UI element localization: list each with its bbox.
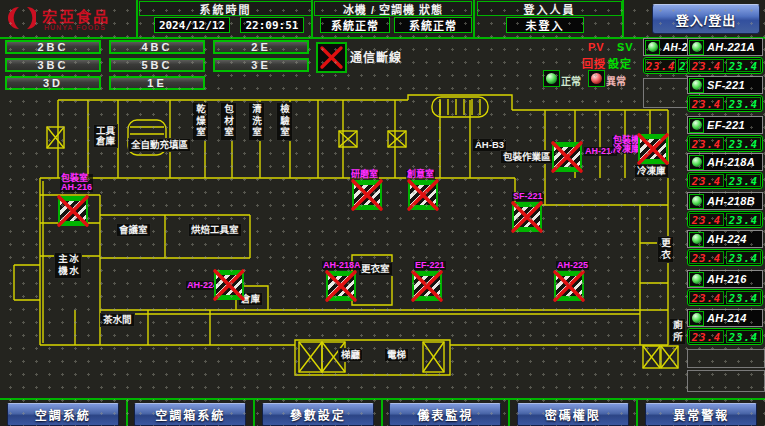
floor-select-grid: 2BC4BC2E3BC5BC3E3D1E [5,40,309,90]
stairs-icon [432,97,488,117]
ac-status-value: 系統正常 [394,17,472,33]
nav-button-4[interactable]: 儀表監視 [389,403,501,426]
unit-values-row: 23.423.4 [687,211,763,228]
normal-label: 正常 [561,73,581,88]
unit-name-row-ef-221[interactable]: EF-221 [687,116,763,134]
floor-button-3d[interactable]: 3D [5,76,101,90]
unit-name-label: EF-221 [707,119,745,131]
unit-values-row: 23.423.4 [687,135,763,152]
lamp-glyph [692,274,702,284]
floor-button-3e[interactable]: 3E [213,58,309,72]
unit-values-row: 23.423.4 [687,95,763,112]
status-lamp-icon [689,155,704,170]
login-logout-button[interactable]: 登入/登出 [652,4,760,34]
nav-button-3[interactable]: 參數設定 [262,403,374,426]
floor-button-5bc[interactable]: 5BC [109,58,205,72]
unit-values-row: 23.423.4 [687,57,763,74]
comm-disconnect-label: 通信斷線 [350,48,402,65]
unit-name-row-ah-216[interactable]: AH-216 [687,270,763,288]
unit-name-row-ah-218a[interactable]: AH-218A [687,153,763,171]
equipment-offline-icon[interactable] [326,271,356,301]
sv-value: 23.4 [726,174,761,187]
shaft-x-icon [388,131,406,147]
pv-value: 23.4 [689,291,724,304]
unit-name-row-ah-218b[interactable]: AH-218B [687,192,763,210]
equipment-offline-icon[interactable] [58,196,88,226]
floor-button-2bc[interactable]: 2BC [5,40,101,54]
nav-cell: 參數設定 [255,400,383,426]
unit-block-ah-221a: AH-221A23.423.4 [687,38,763,74]
equipment-offline-icon[interactable] [512,202,542,232]
unit-name-label: AH-224 [707,233,747,245]
status-lamp-icon [689,311,704,326]
shaft-x-icon [661,346,678,368]
nav-cell: 密碼權限 [510,400,638,426]
header-divider [622,0,624,37]
status-lamp-icon [689,78,704,93]
sv-value: 23.4 [726,213,761,226]
unit-values-row: 23.423.4 [687,328,763,345]
floor-button-1e[interactable]: 1E [109,76,205,90]
floor-button-2e[interactable]: 2E [213,40,309,54]
nav-button-1[interactable]: 空調系統 [7,403,119,426]
equipment-offline-icon[interactable] [554,271,584,301]
nav-button-2[interactable]: 空調箱系統 [134,403,246,426]
abnormal-lamp-icon [588,70,605,87]
shaft-x-icon [299,342,322,372]
nav-cell: 空調箱系統 [128,400,256,426]
shaft-x-icon [643,346,660,368]
sv-value: 23.4 [726,97,761,110]
pv-value: 23.4 [689,213,724,226]
unit-block-ah-224: AH-22423.423.4 [687,230,763,266]
equipment-offline-icon[interactable] [352,180,382,210]
pv-value: 23.4 [689,174,724,187]
equipment-offline-icon[interactable] [638,134,668,164]
logo-title: 宏亞食品 [42,5,110,26]
sv-label: SV [617,41,634,53]
lamp-glyph [648,42,658,52]
nav-button-6[interactable]: 異常警報 [645,403,757,426]
unit-name-label: SF-221 [707,79,745,91]
unit-block-ah-218b: AH-218B23.423.4 [687,192,763,228]
equipment-offline-icon[interactable] [214,270,244,300]
status-lamp-icon [645,40,660,55]
lamp-glyph [692,42,702,52]
unit-values-row: 23.423.4 [687,249,763,266]
equipment-offline-icon[interactable] [552,142,582,172]
sv-sub-label: 設定 [608,55,632,71]
sv-value: 23.4 [726,251,761,264]
sv-value: 23.4 [726,137,761,150]
unit-block-ah-218a: AH-218A23.423.4 [687,153,763,189]
unit-name-label: AH-214 [707,312,747,324]
floorplan-canvas [0,93,688,398]
pv-value: 23.4 [689,97,724,110]
system-time-label: 系統時間 [139,1,312,16]
floor-button-3bc[interactable]: 3BC [5,58,101,72]
nav-button-5[interactable]: 密碼權限 [517,403,629,426]
logo-icon [6,3,36,33]
equipment-offline-icon[interactable] [408,180,438,210]
status-lamp-icon [689,118,704,133]
status-lamp-icon [689,40,704,55]
system-time-value: 22:09:51 [240,17,304,33]
lamp-glyph [692,80,702,90]
lamp-glyph [692,313,702,323]
header-divider [473,0,475,37]
login-status-value: 未登入 [506,17,584,33]
pv-label: PV [588,41,605,53]
unit-name-row-ah-224[interactable]: AH-224 [687,230,763,248]
pv-value: 23.4 [689,330,724,343]
bottom-nav: 空調系統空調箱系統參數設定儀表監視密碼權限異常警報 [0,398,765,426]
unit-name-row-sf-221[interactable]: SF-221 [687,76,763,94]
equipment-offline-icon[interactable] [412,271,442,301]
unit-name-row-ah-221a[interactable]: AH-221A [687,38,763,56]
pv-value: 23.4 [689,251,724,264]
empty-unit-slot [687,349,765,368]
floor-button-4bc[interactable]: 4BC [109,40,205,54]
stairs-icon [128,120,166,155]
unit-block-sf-221: SF-22123.423.4 [687,76,763,112]
nav-cell: 異常警報 [638,400,765,426]
empty-unit-slot [687,370,765,392]
unit-name-row-ah-214[interactable]: AH-214 [687,309,763,327]
unit-name-label: AH-221A [707,41,755,53]
